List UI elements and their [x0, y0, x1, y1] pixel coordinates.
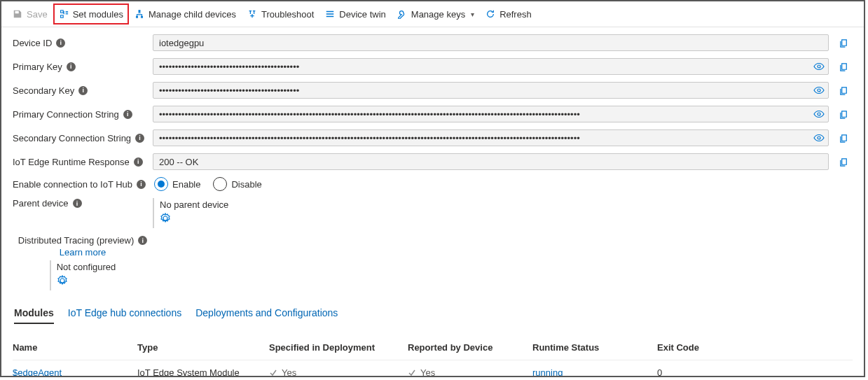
- info-icon[interactable]: i: [134, 157, 143, 167]
- disable-radio[interactable]: Disable: [213, 177, 261, 191]
- secondary-conn-field[interactable]: ••••••••••••••••••••••••••••••••••••••••…: [153, 129, 829, 146]
- set-modules-button[interactable]: Set modules: [53, 3, 129, 24]
- enable-connection-radio-group: Enable Disable: [153, 177, 262, 191]
- gear-icon[interactable]: [160, 213, 171, 224]
- secondary-key-label: Secondary Key: [13, 85, 74, 96]
- manage-child-devices-button[interactable]: Manage child devices: [129, 4, 242, 24]
- col-type: Type: [137, 337, 269, 360]
- info-icon[interactable]: i: [78, 86, 88, 95]
- info-icon[interactable]: i: [138, 236, 147, 245]
- command-bar: Save Set modules Manage child devices Tr…: [1, 1, 864, 27]
- copy-primary-key-button[interactable]: [834, 62, 853, 72]
- runtime-response-field[interactable]: 200 -- OK: [153, 153, 829, 170]
- learn-more-link[interactable]: Learn more: [60, 247, 106, 258]
- chevron-down-icon: ▾: [471, 10, 474, 18]
- runtime-status[interactable]: running: [532, 367, 563, 377]
- module-type: IoT Edge System Module: [137, 367, 240, 377]
- primary-conn-field[interactable]: ••••••••••••••••••••••••••••••••••••••••…: [153, 106, 829, 122]
- radio-circle-icon: [154, 177, 168, 191]
- secondary-key-field[interactable]: ••••••••••••••••••••••••••••••••••••••••…: [153, 82, 829, 99]
- tab-deployments[interactable]: Deployments and Configurations: [195, 303, 338, 324]
- save-button: Save: [7, 4, 53, 24]
- device-twin-icon: [325, 9, 335, 19]
- parent-device-block: No parent device: [153, 198, 228, 228]
- runtime-response-label: IoT Edge Runtime Response: [13, 157, 130, 167]
- table-row: $edgeAgent IoT Edge System Module Yes Ye…: [13, 360, 853, 378]
- svg-point-3: [818, 136, 820, 139]
- reveal-primary-key-button[interactable]: [813, 61, 825, 72]
- svg-point-1: [818, 89, 820, 92]
- key-icon: [397, 9, 407, 19]
- check-icon: [269, 369, 277, 377]
- manage-child-devices-label: Manage child devices: [149, 9, 236, 20]
- primary-key-field[interactable]: ••••••••••••••••••••••••••••••••••••••••…: [153, 58, 829, 75]
- col-name: Name: [13, 337, 137, 360]
- troubleshoot-button[interactable]: Troubleshoot: [242, 4, 319, 24]
- primary-key-label: Primary Key: [13, 62, 62, 72]
- info-icon[interactable]: i: [137, 180, 146, 189]
- refresh-icon: [485, 9, 495, 19]
- device-id-label: Device ID: [13, 38, 52, 48]
- info-icon[interactable]: i: [56, 38, 65, 48]
- secondary-conn-label: Secondary Connection String: [13, 133, 131, 143]
- distributed-tracing-block: Not configured: [50, 260, 116, 290]
- check-icon: [408, 369, 416, 377]
- no-parent-text: No parent device: [160, 199, 228, 210]
- col-reported: Reported by Device: [408, 337, 532, 360]
- set-modules-icon: [59, 9, 69, 19]
- set-modules-label: Set modules: [73, 9, 123, 20]
- module-link[interactable]: $edgeAgent: [13, 367, 62, 377]
- enable-conn-label: Enable connection to IoT Hub: [13, 179, 132, 190]
- save-label: Save: [27, 9, 48, 20]
- manage-keys-label: Manage keys: [411, 9, 465, 20]
- tab-modules[interactable]: Modules: [14, 303, 54, 324]
- svg-point-0: [818, 65, 820, 68]
- device-twin-button[interactable]: Device twin: [319, 4, 391, 24]
- info-icon[interactable]: i: [135, 134, 144, 143]
- refresh-button[interactable]: Refresh: [480, 4, 537, 24]
- svg-point-2: [818, 113, 820, 115]
- device-twin-label: Device twin: [339, 9, 385, 20]
- copy-device-id-button[interactable]: [834, 38, 853, 48]
- reveal-primary-conn-button[interactable]: [813, 108, 825, 120]
- col-exit: Exit Code: [657, 337, 853, 360]
- enable-radio-label: Enable: [172, 179, 200, 190]
- copy-secondary-conn-button[interactable]: [834, 133, 853, 143]
- copy-runtime-response-button[interactable]: [834, 157, 853, 167]
- tab-hub-connections[interactable]: IoT Edge hub connections: [68, 303, 181, 324]
- refresh-label: Refresh: [500, 9, 532, 20]
- troubleshoot-icon: [247, 9, 257, 19]
- col-runtime: Runtime Status: [532, 337, 657, 360]
- device-id-field[interactable]: iotedgegpu: [153, 34, 829, 51]
- troubleshoot-label: Troubleshoot: [261, 9, 314, 20]
- tabs: Modules IoT Edge hub connections Deploym…: [14, 303, 853, 324]
- reveal-secondary-key-button[interactable]: [813, 85, 825, 96]
- gear-icon[interactable]: [57, 275, 68, 286]
- manage-keys-button[interactable]: Manage keys ▾: [392, 4, 480, 24]
- copy-secondary-key-button[interactable]: [834, 85, 853, 96]
- parent-device-label: Parent device: [13, 198, 69, 209]
- copy-primary-conn-button[interactable]: [834, 109, 853, 120]
- modules-table: Name Type Specified in Deployment Report…: [13, 337, 853, 377]
- distributed-tracing-label: Distributed Tracing (preview): [18, 235, 134, 246]
- primary-conn-label: Primary Connection String: [13, 109, 119, 120]
- reported-cell: Yes: [408, 367, 527, 377]
- disable-radio-label: Disable: [231, 179, 261, 190]
- reveal-secondary-conn-button[interactable]: [813, 132, 825, 143]
- not-configured-text: Not configured: [57, 262, 116, 272]
- info-icon[interactable]: i: [123, 110, 132, 119]
- enable-radio[interactable]: Enable: [154, 177, 200, 191]
- info-icon[interactable]: i: [67, 62, 76, 71]
- radio-circle-icon: [213, 177, 227, 191]
- col-specified: Specified in Deployment: [269, 337, 408, 360]
- save-icon: [13, 9, 22, 19]
- info-icon[interactable]: i: [73, 199, 82, 208]
- specified-cell: Yes: [269, 367, 402, 377]
- exit-code: 0: [657, 367, 662, 377]
- hierarchy-icon: [135, 9, 144, 19]
